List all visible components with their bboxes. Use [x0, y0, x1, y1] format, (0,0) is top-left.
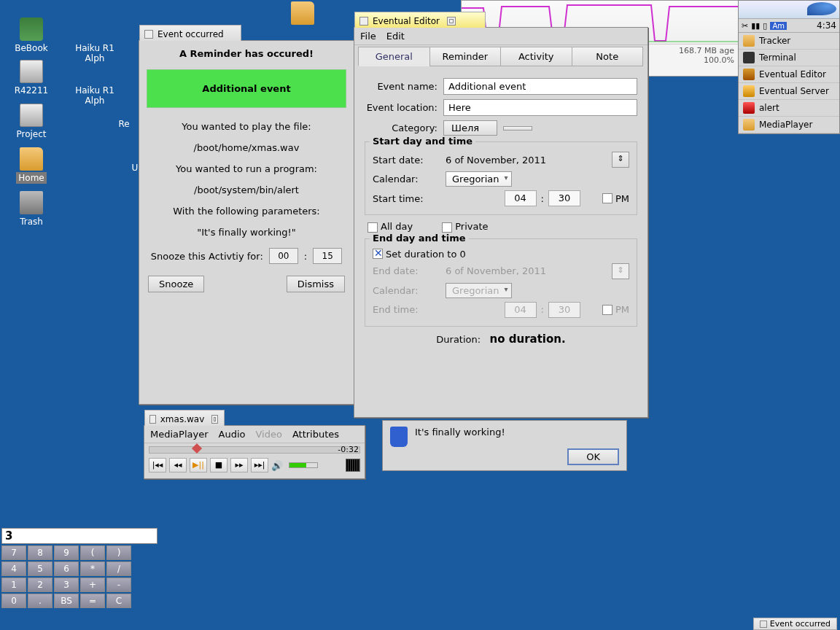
progress-knob-icon[interactable] — [192, 443, 202, 454]
desktop-icon-bebook[interactable]: BeBook — [6, 18, 57, 54]
end-date-value: 6 of November, 2011 — [446, 265, 612, 276]
calc-key--[interactable]: - — [106, 578, 131, 592]
deskbar-app-alert[interactable]: alert — [739, 100, 839, 117]
deskbar-app-eventual-editor[interactable]: Eventual Editor — [739, 66, 839, 83]
close-icon[interactable] — [144, 30, 153, 39]
tray-icon[interactable]: ✂ — [742, 21, 748, 31]
calc-key-9[interactable]: 9 — [54, 545, 79, 560]
deskbar-app-mediaplayer[interactable]: MediaPlayer — [739, 117, 839, 133]
alert-dialog: It's finally working! OK — [382, 420, 627, 471]
tab-activity[interactable]: Activity — [500, 47, 572, 66]
tray-icon[interactable]: ▯ — [763, 21, 767, 31]
stop-button[interactable]: ■ — [210, 458, 228, 472]
calc-key-0[interactable]: 0 — [1, 594, 26, 608]
forward-button[interactable]: ▸▸ — [230, 458, 248, 472]
calc-key-([interactable]: ( — [80, 545, 105, 560]
start-calendar-select[interactable]: Gregorian — [446, 171, 512, 187]
start-time-min[interactable]: 30 — [548, 190, 580, 206]
calc-key-6[interactable]: 6 — [54, 561, 79, 576]
alert-icon — [743, 102, 755, 114]
calc-key-C[interactable]: C — [106, 594, 131, 608]
minimized-tab[interactable]: Event occurred — [753, 618, 837, 630]
tab-reminder[interactable]: Reminder — [429, 47, 502, 66]
menu-attributes[interactable]: Attributes — [292, 429, 339, 440]
deskbar-app-terminal[interactable]: Terminal — [739, 50, 839, 66]
calc-key-5[interactable]: 5 — [28, 561, 52, 576]
leaf-menu[interactable] — [739, 1, 839, 18]
deskbar-app-eventual-server[interactable]: Eventual Server — [739, 83, 839, 100]
maximize-icon[interactable] — [447, 17, 456, 26]
category-extra-button[interactable] — [503, 126, 532, 131]
dismiss-button[interactable]: Dismiss — [287, 276, 345, 292]
skip-back-button[interactable]: |◂◂ — [149, 458, 166, 472]
setdur-checkbox[interactable] — [373, 249, 383, 259]
snooze-hours[interactable]: 00 — [269, 248, 298, 264]
close-icon[interactable] — [149, 415, 156, 424]
speaker-icon[interactable]: 🔊 — [271, 460, 283, 471]
calc-key-+[interactable]: + — [80, 578, 105, 592]
category-button[interactable]: Шеля — [443, 120, 497, 136]
calc-key-=[interactable]: = — [80, 594, 105, 608]
maximize-icon[interactable] — [211, 415, 218, 424]
calc-key-.[interactable]: . — [28, 594, 52, 608]
snooze-minutes[interactable]: 15 — [313, 248, 342, 264]
calc-key-*[interactable]: * — [80, 561, 105, 576]
calc-key-8[interactable]: 8 — [28, 545, 52, 560]
disk-icon — [20, 60, 43, 83]
calculator-display[interactable]: 3 — [1, 528, 158, 544]
media-titlebar[interactable]: xmas.wav — [144, 410, 225, 426]
tab-general[interactable]: General — [358, 47, 430, 66]
private-checkbox-wrap[interactable]: Private — [442, 221, 488, 233]
allday-checkbox[interactable] — [368, 222, 378, 233]
deskbar-app-tracker[interactable]: Tracker — [739, 33, 839, 50]
label-eventname: Event name: — [365, 81, 438, 92]
event-location-input[interactable] — [443, 99, 637, 116]
visualizer-icon[interactable] — [346, 459, 360, 472]
skip-forward-button[interactable]: ▸▸| — [251, 458, 268, 472]
desktop-icon-r42211[interactable]: R42211 — [6, 60, 57, 96]
calc-key-1[interactable]: 1 — [1, 578, 26, 592]
media-progress[interactable] — [149, 446, 360, 454]
editor-titlebar[interactable]: Eventual Editor — [354, 12, 486, 28]
ok-button[interactable]: OK — [567, 448, 619, 465]
desktop-icon-folder-top[interactable] — [277, 1, 328, 26]
menu-audio[interactable]: Audio — [219, 429, 246, 440]
locale-indicator[interactable]: Am — [770, 22, 787, 30]
desktop-icon-re[interactable]: Re — [109, 118, 139, 130]
start-pm-checkbox[interactable] — [602, 193, 612, 203]
start-pm-label: PM — [615, 193, 629, 204]
calc-key-2[interactable]: 2 — [28, 578, 52, 592]
close-icon[interactable] — [760, 621, 767, 628]
start-date-picker-icon[interactable]: ⇕ — [612, 152, 629, 168]
desktop-icon-trash[interactable]: Trash — [6, 191, 57, 228]
event-name-input[interactable] — [443, 78, 637, 95]
snooze-button[interactable]: Snooze — [148, 276, 204, 292]
menu-file[interactable]: File — [360, 31, 376, 42]
desktop-icon-haiku2[interactable]: Haiku R1 Alph — [69, 60, 120, 106]
desktop-icon-haiku1[interactable]: Haiku R1 Alph — [69, 18, 120, 64]
close-icon[interactable] — [359, 17, 368, 26]
menu-edit[interactable]: Edit — [386, 31, 405, 42]
desktop-icon-home[interactable]: Home — [6, 147, 57, 184]
tracker-icon — [743, 35, 755, 47]
volume-slider[interactable] — [289, 462, 318, 468]
desktop-icon-project[interactable]: Project — [6, 104, 57, 140]
calc-key-/[interactable]: / — [106, 561, 131, 576]
clock[interactable]: 4:34 — [817, 20, 836, 31]
private-checkbox[interactable] — [442, 222, 452, 233]
calc-key-)[interactable]: ) — [106, 545, 131, 560]
calc-key-7[interactable]: 7 — [1, 545, 26, 560]
calc-key-4[interactable]: 4 — [1, 561, 26, 576]
rewind-button[interactable]: ◂◂ — [169, 458, 187, 472]
calc-key-BS[interactable]: BS — [54, 594, 79, 608]
event-titlebar[interactable]: Event occurred — [139, 25, 241, 41]
allday-checkbox-wrap[interactable]: All day — [368, 221, 413, 233]
play-pause-button[interactable]: ▶|| — [190, 458, 207, 472]
tray-icon[interactable]: ▮▮ — [751, 21, 760, 31]
tab-note[interactable]: Note — [572, 47, 644, 66]
start-time-hour[interactable]: 04 — [505, 190, 537, 206]
menu-mediaplayer[interactable]: MediaPlayer — [150, 429, 209, 440]
calc-key-3[interactable]: 3 — [54, 578, 79, 592]
run-path: /boot/system/bin/alert — [147, 184, 346, 195]
deskbar: ✂ ▮▮ ▯ Am 4:34 Tracker Terminal Eventual… — [738, 0, 840, 134]
